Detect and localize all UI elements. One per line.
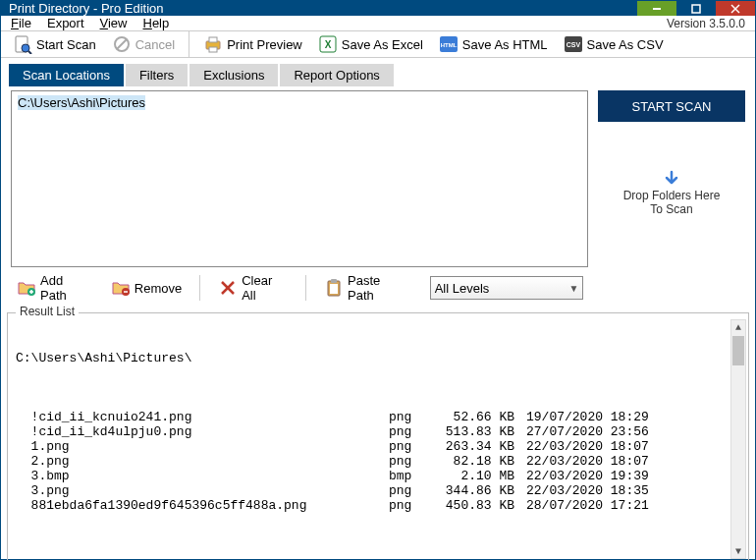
remove-path-label: Remove	[135, 281, 182, 296]
paths-toolbar-sep	[199, 275, 200, 301]
file-name: !cid_ii_kd4ulpju0.png	[16, 424, 389, 439]
titlebar-buttons	[637, 1, 755, 16]
print-preview-button[interactable]: Print Preview	[197, 32, 308, 56]
menu-export[interactable]: Export	[47, 16, 84, 30]
chevron-down-icon: ▼	[568, 283, 578, 294]
save-excel-button[interactable]: X Save As Excel	[312, 32, 429, 56]
paths-toolbar: Add Path Remove Clear All Paste Path All…	[1, 267, 755, 310]
file-date: 22/03/2020 18:07	[526, 439, 683, 454]
result-row[interactable]: !cid_ii_kd4ulpju0.pngpng513.83 KB27/07/2…	[16, 424, 729, 439]
tab-scan-locations[interactable]: Scan Locations	[9, 64, 124, 86]
svg-rect-1	[692, 5, 700, 13]
clear-all-button[interactable]: Clear All	[212, 271, 294, 305]
scroll-thumb[interactable]	[732, 336, 744, 365]
close-button[interactable]	[716, 1, 755, 16]
cancel-button: Cancel	[106, 32, 181, 56]
start-scan-big-button[interactable]: START SCAN	[598, 90, 745, 122]
folder-add-icon	[17, 278, 36, 298]
print-preview-label: Print Preview	[227, 37, 302, 52]
file-size: 450.83 KB	[433, 498, 526, 513]
result-row[interactable]: 881ebda6fa1390ed9f645396c5ff488a.pngpng4…	[16, 498, 729, 513]
svg-rect-26	[331, 279, 337, 283]
file-date: 22/03/2020 19:39	[526, 469, 683, 483]
printer-icon	[203, 34, 223, 54]
toolbar: Start Scan Cancel Print Preview X Save A…	[1, 31, 755, 58]
save-html-label: Save As HTML	[462, 37, 548, 52]
file-size: 2.10 MB	[433, 469, 526, 483]
toolbar-separator	[189, 31, 189, 57]
tab-report-options[interactable]: Report Options	[280, 64, 393, 86]
result-header-path: C:\Users\Ashi\Pictures\	[16, 351, 729, 365]
file-date: 28/07/2020 17:21	[526, 498, 683, 513]
add-path-button[interactable]: Add Path	[11, 271, 97, 305]
search-page-icon	[13, 34, 32, 54]
menubar: File Export View Help Version 3.5.0.0	[1, 16, 755, 31]
file-ext: png	[389, 498, 433, 513]
menu-help[interactable]: Help	[143, 16, 170, 30]
file-name: 3.png	[16, 483, 389, 498]
svg-text:CSV: CSV	[566, 41, 580, 48]
svg-line-6	[28, 51, 31, 54]
result-list[interactable]: C:\Users\Ashi\Pictures\ !cid_ii_kcnuio24…	[8, 313, 748, 560]
paths-listbox[interactable]: C:\Users\Ashi\Pictures	[11, 90, 588, 267]
clipboard-icon	[324, 278, 344, 298]
start-scan-button[interactable]: Start Scan	[7, 32, 102, 56]
html-icon: HTML	[439, 34, 459, 54]
svg-rect-11	[209, 47, 217, 52]
minimize-icon	[652, 4, 662, 14]
menu-items: File Export View Help	[11, 16, 169, 30]
file-date: 27/07/2020 23:56	[526, 424, 683, 439]
menu-view[interactable]: View	[100, 16, 128, 30]
file-date: 19/07/2020 18:29	[526, 410, 683, 424]
levels-dropdown[interactable]: All Levels ▼	[430, 276, 584, 300]
file-size: 344.86 KB	[433, 483, 526, 498]
scrollbar[interactable]: ▲ ▼	[730, 319, 746, 559]
drop-hint-line1: Drop Folders Here	[623, 189, 721, 202]
result-row[interactable]: 3.bmpbmp2.10 MB22/03/2020 19:39	[16, 469, 729, 483]
file-ext: bmp	[389, 469, 433, 483]
window-title: Print Directory - Pro Edition	[9, 1, 164, 16]
tab-exclusions[interactable]: Exclusions	[189, 64, 278, 86]
drop-hint-line2: To Scan	[650, 202, 692, 216]
menu-file[interactable]: File	[11, 16, 31, 30]
result-row[interactable]: 2.pngpng82.18 KB22/03/2020 18:07	[16, 454, 729, 469]
cancel-label: Cancel	[135, 37, 175, 52]
save-html-button[interactable]: HTML Save As HTML	[433, 32, 554, 56]
titlebar: Print Directory - Pro Edition	[1, 1, 755, 16]
scroll-up-icon[interactable]: ▲	[731, 319, 745, 335]
result-group: Result List C:\Users\Ashi\Pictures\ !cid…	[7, 312, 749, 560]
drop-hint: Drop Folders Here To Scan	[623, 169, 721, 216]
save-csv-label: Save As CSV	[587, 37, 664, 52]
file-ext: png	[389, 424, 433, 439]
remove-path-button[interactable]: Remove	[105, 276, 188, 300]
levels-value: All Levels	[435, 281, 490, 296]
result-row[interactable]: !cid_ii_kcnuio241.pngpng52.66 KB19/07/20…	[16, 410, 729, 424]
add-path-label: Add Path	[40, 273, 91, 303]
file-date: 22/03/2020 18:07	[526, 454, 683, 469]
result-row[interactable]: 3.pngpng344.86 KB22/03/2020 18:35	[16, 483, 729, 498]
save-csv-button[interactable]: CSV Save As CSV	[558, 32, 670, 56]
svg-point-5	[22, 44, 29, 52]
clear-all-label: Clear All	[242, 273, 288, 303]
path-item-selected[interactable]: C:\Users\Ashi\Pictures	[18, 95, 145, 110]
scroll-down-icon[interactable]: ▼	[731, 543, 745, 559]
down-arrow-icon	[662, 169, 681, 189]
file-name: 881ebda6fa1390ed9f645396c5ff488a.png	[16, 498, 389, 513]
file-size: 263.34 KB	[433, 439, 526, 454]
minimize-button[interactable]	[637, 1, 676, 16]
tab-filters[interactable]: Filters	[126, 64, 188, 86]
cancel-icon	[112, 34, 132, 54]
tabbar: Scan Locations Filters Exclusions Report…	[1, 64, 755, 86]
save-excel-label: Save As Excel	[342, 37, 423, 52]
file-name: 1.png	[16, 439, 389, 454]
svg-text:HTML: HTML	[441, 42, 458, 48]
result-row[interactable]: 1.pngpng263.34 KB22/03/2020 18:07	[16, 439, 729, 454]
maximize-button[interactable]	[676, 1, 716, 16]
paths-toolbar-sep-2	[305, 275, 306, 301]
right-column: START SCAN Drop Folders Here To Scan	[598, 90, 745, 267]
scan-locations-panel: C:\Users\Ashi\Pictures START SCAN Drop F…	[1, 86, 755, 267]
paste-path-button[interactable]: Paste Path	[318, 271, 414, 305]
file-date: 22/03/2020 18:35	[526, 483, 683, 498]
svg-text:X: X	[324, 39, 331, 50]
file-name: !cid_ii_kcnuio241.png	[16, 410, 389, 424]
